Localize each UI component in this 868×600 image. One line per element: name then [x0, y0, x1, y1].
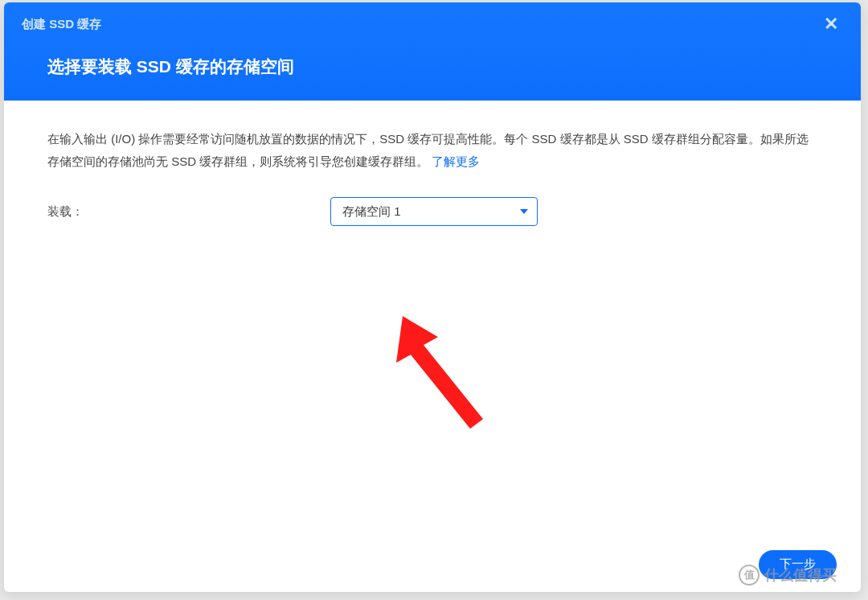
ssd-cache-dialog: 创建 SSD 缓存 ✕ 选择要装载 SSD 缓存的存储空间 在输入输出 (I/O…: [4, 2, 861, 592]
mount-selected-value: 存储空间 1: [342, 200, 401, 223]
dialog-titlebar: 创建 SSD 缓存 ✕: [4, 2, 861, 38]
annotation-arrow-icon: [383, 316, 512, 429]
dialog-header: 创建 SSD 缓存 ✕ 选择要装载 SSD 缓存的存储空间: [4, 2, 861, 101]
mount-label: 装载：: [47, 200, 330, 223]
svg-marker-0: [396, 316, 483, 429]
description-content: 在输入输出 (I/O) 操作需要经常访问随机放置的数据的情况下，SSD 缓存可提…: [47, 132, 809, 168]
mount-select[interactable]: 存储空间 1: [330, 197, 538, 226]
chevron-down-icon: [520, 209, 528, 214]
close-icon[interactable]: ✕: [819, 14, 843, 35]
dialog-title: 创建 SSD 缓存: [22, 17, 101, 32]
learn-more-link[interactable]: 了解更多: [432, 154, 480, 168]
dialog-footer: 下一步: [759, 550, 837, 579]
dialog-subtitle: 选择要装载 SSD 缓存的存储空间: [4, 38, 861, 101]
dialog-body: 在输入输出 (I/O) 操作需要经常访问随机放置的数据的情况下，SSD 缓存可提…: [4, 101, 861, 592]
mount-row: 装载： 存储空间 1: [47, 197, 817, 226]
description-text: 在输入输出 (I/O) 操作需要经常访问随机放置的数据的情况下，SSD 缓存可提…: [47, 128, 817, 173]
next-button[interactable]: 下一步: [759, 550, 837, 579]
